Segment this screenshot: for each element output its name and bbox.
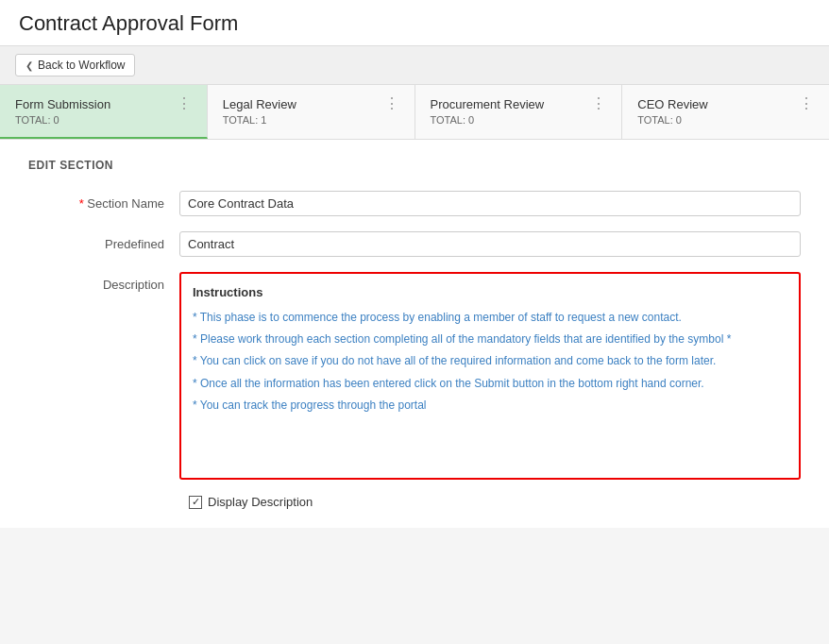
tabs-container: Form Submission ⋮ TOTAL: 0 Legal Review … — [0, 85, 829, 140]
predefined-input[interactable] — [179, 231, 801, 257]
edit-section-title: EDIT SECTION — [28, 159, 801, 172]
desc-line-4: * Once all the information has been ente… — [193, 375, 787, 393]
description-label: Description — [28, 272, 179, 292]
display-description-label: Display Description — [208, 495, 313, 509]
page-header: Contract Approval Form — [0, 0, 829, 46]
display-description-checkbox[interactable]: ✓ — [189, 496, 202, 509]
back-button-label: Back to Workflow — [38, 59, 125, 72]
description-row: Description Instructions * This phase is… — [28, 272, 801, 480]
tab-procurement-review[interactable]: Procurement Review ⋮ TOTAL: 0 — [415, 85, 623, 139]
checkmark-icon: ✓ — [192, 496, 200, 508]
main-content: EDIT SECTION * Section Name Predefined D… — [0, 140, 829, 528]
tab-ceo-review-label: CEO Review — [637, 97, 707, 111]
tab-ceo-review-total: TOTAL: 0 — [637, 114, 814, 126]
description-heading: Instructions — [193, 285, 787, 299]
page-title: Contract Approval Form — [19, 11, 810, 36]
desc-line-5: * You can track the progress through the… — [193, 397, 787, 415]
description-box[interactable]: Instructions * This phase is to commence… — [179, 272, 801, 480]
tab-procurement-review-menu-icon[interactable]: ⋮ — [591, 96, 606, 111]
predefined-row: Predefined — [28, 231, 801, 257]
tab-legal-review[interactable]: Legal Review ⋮ TOTAL: 1 — [208, 85, 415, 139]
section-name-label: * Section Name — [28, 191, 179, 211]
tab-form-submission-total: TOTAL: 0 — [15, 114, 192, 126]
tab-form-submission-menu-icon[interactable]: ⋮ — [177, 96, 192, 111]
tab-legal-review-total: TOTAL: 1 — [223, 114, 399, 126]
desc-line-1: * This phase is to commence the process … — [193, 309, 787, 327]
tab-legal-review-menu-icon[interactable]: ⋮ — [384, 96, 399, 111]
predefined-label: Predefined — [28, 231, 179, 251]
tab-procurement-review-total: TOTAL: 0 — [431, 114, 607, 126]
back-to-workflow-button[interactable]: ❮ Back to Workflow — [15, 54, 135, 76]
desc-line-3: * You can click on save if you do not ha… — [193, 352, 787, 370]
display-description-row: ✓ Display Description — [28, 495, 801, 509]
desc-line-2: * Please work through each section compl… — [193, 330, 787, 348]
tab-form-submission-label: Form Submission — [15, 97, 110, 111]
required-star: * — [79, 196, 84, 211]
chevron-left-icon: ❮ — [25, 60, 33, 71]
tab-form-submission[interactable]: Form Submission ⋮ TOTAL: 0 — [0, 85, 208, 139]
back-bar: ❮ Back to Workflow — [0, 46, 829, 85]
tab-procurement-review-label: Procurement Review — [431, 97, 545, 111]
tab-legal-review-label: Legal Review — [223, 97, 296, 111]
section-name-input[interactable] — [179, 191, 801, 216]
section-name-row: * Section Name — [28, 191, 801, 216]
tab-ceo-review[interactable]: CEO Review ⋮ TOTAL: 0 — [622, 85, 829, 139]
tab-ceo-review-menu-icon[interactable]: ⋮ — [799, 96, 814, 111]
